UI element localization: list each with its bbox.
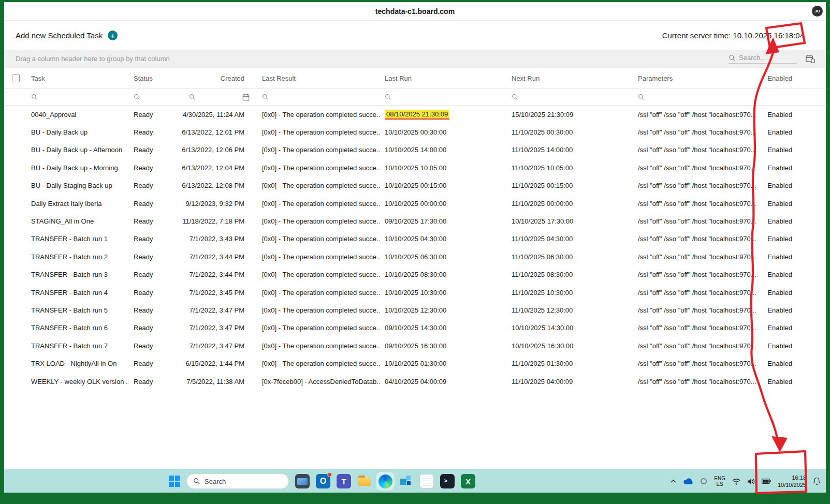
cell-created: 6/13/2022, 12:08 PM <box>180 177 257 195</box>
search-icon <box>729 54 736 62</box>
cell-enabled: Enabled <box>759 319 826 337</box>
column-header-next-run[interactable]: Next Run <box>506 68 633 88</box>
cell-last-run: 10/10/2025 00:00:00 <box>380 195 506 212</box>
table-row[interactable]: STAGING_All in One Ready 11/18/2022, 7:1… <box>4 212 826 230</box>
screen-border: techdata-c1.board.com JO Add new Schedul… <box>0 0 830 504</box>
search-icon <box>638 94 645 100</box>
battery-icon[interactable] <box>762 479 771 484</box>
column-header-enabled[interactable]: Enabled <box>759 68 826 88</box>
table-row[interactable]: BU - Daily Back up Ready 6/13/2022, 12:0… <box>4 123 826 141</box>
table-row[interactable]: TRANSFER - Batch run 7 Ready 7/1/2022, 3… <box>4 337 826 354</box>
teams-icon[interactable]: T <box>337 474 351 488</box>
cell-enabled: Enabled <box>759 373 826 390</box>
cell-last-result: [0x-7feceb00] - AccessDeniedToDatab... <box>257 373 380 390</box>
server-time-label: Current server time: 10.10.2025 16:18:04 <box>662 31 804 40</box>
column-header-last-run[interactable]: Last Run <box>380 68 506 88</box>
cell-parameters: /ssl "off" /sso "off" /host "localhost:9… <box>633 177 759 195</box>
column-chooser-icon[interactable] <box>805 54 816 64</box>
notification-bell-icon[interactable] <box>813 477 821 485</box>
status-circle-icon[interactable] <box>700 478 707 485</box>
table-row[interactable]: TRANSFER - Batch run 6 Ready 7/1/2022, 3… <box>4 319 826 337</box>
table-row[interactable]: 0040_Approval Ready 4/30/2025, 11:24 AM … <box>4 106 826 123</box>
cell-task: TRANSFER - Batch run 7 <box>26 337 128 354</box>
column-header-task[interactable]: Task <box>26 68 128 88</box>
cell-last-run: 10/10/2025 10:30:00 <box>380 284 506 301</box>
cell-parameters: /ssl "off" /sso "off" /host "localhost:9… <box>633 248 759 265</box>
table-row[interactable]: Daily Extract Italy Iberia Ready 9/12/20… <box>4 195 826 212</box>
cell-created: 7/1/2022, 3:43 PM <box>180 230 257 248</box>
table-row[interactable]: TRANSFER - Batch run 1 Ready 7/1/2022, 3… <box>4 230 826 248</box>
select-all-checkbox[interactable] <box>12 75 20 82</box>
volume-icon[interactable] <box>747 478 755 485</box>
table-row[interactable]: BU - Daily Staging Back up Ready 6/13/20… <box>4 177 826 195</box>
grid-search[interactable] <box>729 54 797 64</box>
table-row[interactable]: BU - Daily Back up - Afternoon Ready 6/1… <box>4 141 826 159</box>
table-row[interactable]: TRX LOAD - NightlyAll in On Ready 6/15/2… <box>4 354 826 372</box>
filter-last-result[interactable] <box>257 89 380 105</box>
filter-created[interactable] <box>180 89 257 105</box>
cell-parameters: /ssl "off" /sso "off" /host "localhost:9… <box>633 319 759 337</box>
add-task-label: Add new Scheduled Task <box>16 31 103 40</box>
onedrive-cloud-icon[interactable] <box>683 478 693 485</box>
taskbar-search[interactable] <box>186 473 289 489</box>
grid-search-input[interactable] <box>739 54 797 62</box>
cell-created: 7/1/2022, 3:44 PM <box>180 266 257 284</box>
excel-icon[interactable]: X <box>461 474 475 488</box>
cell-last-run: 04/10/2025 04:00:09 <box>380 373 506 390</box>
cell-task: STAGING_All in One <box>26 212 128 230</box>
desktop-icon[interactable] <box>295 474 310 488</box>
table-row[interactable]: TRANSFER - Batch run 4 Ready 7/1/2022, 3… <box>4 284 826 301</box>
group-by-bar[interactable]: Drag a column header here to group by th… <box>4 50 826 68</box>
notepad-icon[interactable] <box>419 474 434 488</box>
table-row[interactable]: TRANSFER - Batch run 5 Ready 7/1/2022, 3… <box>4 301 826 319</box>
cell-parameters: /ssl "off" /sso "off" /host "localhost:9… <box>633 301 759 319</box>
cell-enabled: Enabled <box>759 106 826 123</box>
cell-status: Ready <box>128 159 180 176</box>
calendar-icon[interactable] <box>242 94 250 101</box>
plus-icon[interactable]: + <box>108 31 118 40</box>
cell-last-result: [0x0] - The operation completed succe... <box>257 106 380 123</box>
column-header-created[interactable]: Created <box>180 68 257 88</box>
cell-task: TRX LOAD - NightlyAll in On <box>26 354 128 372</box>
filter-status[interactable] <box>128 89 180 105</box>
cell-status: Ready <box>128 284 180 301</box>
column-header-status[interactable]: Status <box>128 68 180 88</box>
table-row[interactable]: TRANSFER - Batch run 3 Ready 7/1/2022, 3… <box>4 266 826 284</box>
cell-last-result: [0x0] - The operation completed succe... <box>257 159 380 176</box>
wifi-icon[interactable] <box>732 478 740 485</box>
taskbar-search-input[interactable] <box>205 478 277 485</box>
cell-status: Ready <box>128 123 180 141</box>
column-header-last-result[interactable]: Last Result <box>257 68 380 88</box>
outlook-icon[interactable]: O <box>316 474 330 488</box>
taskbar-clock[interactable]: 16:18 10/10/2025 <box>778 474 806 488</box>
filter-task[interactable] <box>26 89 128 105</box>
search-icon <box>512 94 518 100</box>
table-row[interactable]: TRANSFER - Batch run 2 Ready 7/1/2022, 3… <box>4 248 826 265</box>
board-app-icon[interactable] <box>399 474 413 488</box>
cell-next-run: 10/10/2025 14:30:00 <box>506 319 633 337</box>
cell-task: Daily Extract Italy Iberia <box>26 195 128 212</box>
cell-task: TRANSFER - Batch run 1 <box>26 230 128 248</box>
file-explorer-icon[interactable] <box>357 474 372 488</box>
edge-icon[interactable] <box>378 474 392 488</box>
cell-next-run: 11/10/2025 12:30:00 <box>506 301 633 319</box>
start-button-icon[interactable] <box>169 476 180 487</box>
cell-status: Ready <box>128 248 180 265</box>
language-indicator[interactable]: ENG ES <box>714 476 725 487</box>
search-icon <box>134 94 140 100</box>
table-row[interactable]: WEEKLY - weekly OLK version ... Ready 7/… <box>4 373 826 390</box>
chevron-up-icon[interactable] <box>671 479 676 483</box>
filter-last-run[interactable] <box>380 89 506 105</box>
user-avatar[interactable]: JO <box>812 6 823 17</box>
filter-parameters[interactable] <box>633 89 759 105</box>
column-header-parameters[interactable]: Parameters <box>633 68 759 88</box>
filter-next-run[interactable] <box>506 89 633 105</box>
cell-last-result: [0x0] - The operation completed succe... <box>257 141 380 159</box>
add-scheduled-task-button[interactable]: Add new Scheduled Task + <box>16 31 118 40</box>
cell-enabled: Enabled <box>759 212 826 230</box>
cell-task: BU - Daily Back up - Afternoon <box>26 141 128 159</box>
page-header: Add new Scheduled Task + Current server … <box>4 21 826 50</box>
terminal-icon[interactable]: >_ <box>440 474 455 488</box>
table-row[interactable]: BU - Daily Back up - Morning Ready 6/13/… <box>4 159 826 176</box>
browser-window: techdata-c1.board.com JO Add new Schedul… <box>4 2 826 493</box>
